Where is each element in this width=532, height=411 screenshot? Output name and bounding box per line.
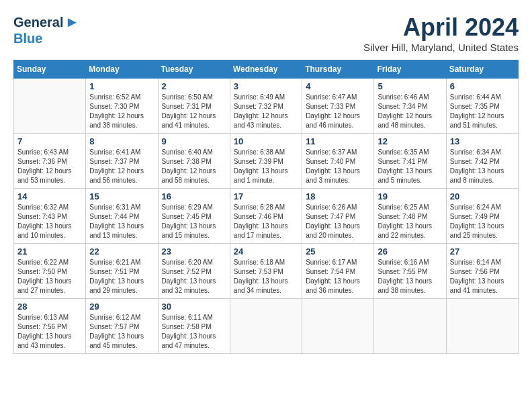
daylight-line2: and 27 minutes.	[17, 287, 65, 294]
month-title: April 2024	[363, 13, 519, 42]
day-info: Sunrise: 6:35 AM Sunset: 7:41 PM Dayligh…	[378, 148, 442, 185]
sunrise-text: Sunrise: 6:50 AM	[162, 93, 226, 102]
day-info: Sunrise: 6:31 AM Sunset: 7:44 PM Dayligh…	[89, 203, 154, 240]
table-row: 21 Sunrise: 6:22 AM Sunset: 7:50 PM Dayl…	[14, 244, 86, 299]
daylight-text: Daylight: 12 hoursand 46 minutes.	[306, 111, 370, 130]
daylight-text: Daylight: 12 hoursand 51 minutes.	[450, 111, 515, 130]
daylight-line1: Daylight: 12 hours	[162, 112, 216, 120]
day-number: 8	[89, 136, 154, 146]
daylight-line2: and 58 minutes.	[162, 177, 210, 184]
daylight-text: Daylight: 12 hoursand 58 minutes.	[162, 167, 226, 185]
sunset-text: Sunset: 7:32 PM	[234, 102, 298, 111]
calendar-week-row: 7 Sunrise: 6:43 AM Sunset: 7:36 PM Dayli…	[14, 134, 519, 189]
header-sunday: Sunday	[14, 60, 86, 79]
daylight-text: Daylight: 12 hoursand 38 minutes.	[89, 111, 154, 130]
sunrise-text: Sunrise: 6:38 AM	[234, 148, 298, 157]
table-row: 30 Sunrise: 6:11 AM Sunset: 7:58 PM Dayl…	[158, 299, 230, 354]
sunrise-text: Sunrise: 6:40 AM	[162, 148, 226, 157]
sunrise-text: Sunrise: 6:17 AM	[306, 258, 370, 267]
daylight-line1: Daylight: 12 hours	[89, 167, 144, 175]
sunset-text: Sunset: 7:30 PM	[89, 102, 154, 111]
daylight-line2: and 13 minutes.	[89, 232, 137, 239]
sunset-text: Sunset: 7:35 PM	[450, 102, 515, 111]
table-row: 4 Sunrise: 6:47 AM Sunset: 7:33 PM Dayli…	[302, 79, 374, 134]
sunrise-text: Sunrise: 6:32 AM	[17, 203, 82, 212]
daylight-line2: and 38 minutes.	[378, 287, 425, 294]
sunset-text: Sunset: 7:36 PM	[17, 157, 82, 167]
calendar-table: Sunday Monday Tuesday Wednesday Thursday…	[13, 60, 519, 354]
sunrise-text: Sunrise: 6:44 AM	[450, 93, 515, 102]
header-saturday: Saturday	[446, 60, 518, 79]
daylight-line1: Daylight: 13 hours	[89, 332, 144, 340]
table-row: 16 Sunrise: 6:29 AM Sunset: 7:45 PM Dayl…	[158, 189, 230, 244]
table-row: 29 Sunrise: 6:12 AM Sunset: 7:57 PM Dayl…	[86, 299, 158, 354]
calendar-week-row: 14 Sunrise: 6:32 AM Sunset: 7:43 PM Dayl…	[14, 189, 519, 244]
daylight-text: Daylight: 12 hoursand 53 minutes.	[17, 167, 82, 185]
daylight-line1: Daylight: 12 hours	[89, 112, 144, 120]
day-info: Sunrise: 6:24 AM Sunset: 7:49 PM Dayligh…	[450, 203, 515, 240]
day-info: Sunrise: 6:22 AM Sunset: 7:50 PM Dayligh…	[17, 258, 82, 295]
table-row: 24 Sunrise: 6:18 AM Sunset: 7:53 PM Dayl…	[230, 244, 302, 299]
header-wednesday: Wednesday	[230, 60, 302, 79]
logo-arrow-icon: ►	[64, 13, 79, 31]
daylight-line1: Daylight: 13 hours	[234, 277, 288, 285]
daylight-text: Daylight: 13 hoursand 32 minutes.	[162, 277, 226, 295]
day-number: 4	[306, 81, 370, 91]
daylight-text: Daylight: 13 hoursand 34 minutes.	[234, 277, 298, 295]
header-tuesday: Tuesday	[158, 60, 230, 79]
sunrise-text: Sunrise: 6:49 AM	[234, 93, 298, 102]
daylight-line1: Daylight: 12 hours	[306, 112, 360, 120]
daylight-text: Daylight: 12 hoursand 41 minutes.	[162, 111, 226, 130]
day-number: 23	[162, 246, 226, 257]
day-info: Sunrise: 6:17 AM Sunset: 7:54 PM Dayligh…	[306, 258, 370, 295]
daylight-line2: and 1 minute.	[234, 177, 275, 184]
daylight-line2: and 38 minutes.	[89, 122, 137, 129]
table-row: 14 Sunrise: 6:32 AM Sunset: 7:43 PM Dayl…	[14, 189, 86, 244]
daylight-line2: and 15 minutes.	[162, 232, 210, 239]
table-row: 20 Sunrise: 6:24 AM Sunset: 7:49 PM Dayl…	[446, 189, 518, 244]
daylight-line1: Daylight: 13 hours	[17, 277, 72, 285]
daylight-line1: Daylight: 12 hours	[17, 167, 72, 175]
daylight-line2: and 36 minutes.	[306, 287, 353, 294]
daylight-text: Daylight: 13 hoursand 10 minutes.	[17, 222, 82, 240]
daylight-text: Daylight: 13 hoursand 20 minutes.	[306, 222, 370, 240]
day-info: Sunrise: 6:41 AM Sunset: 7:37 PM Dayligh…	[89, 148, 154, 185]
day-number: 26	[378, 246, 442, 257]
table-row: 5 Sunrise: 6:46 AM Sunset: 7:34 PM Dayli…	[374, 79, 446, 134]
daylight-line2: and 5 minutes.	[378, 177, 422, 184]
day-info: Sunrise: 6:37 AM Sunset: 7:40 PM Dayligh…	[306, 148, 370, 185]
sunset-text: Sunset: 7:42 PM	[450, 157, 515, 167]
day-info: Sunrise: 6:12 AM Sunset: 7:57 PM Dayligh…	[89, 313, 154, 351]
table-row: 18 Sunrise: 6:26 AM Sunset: 7:47 PM Dayl…	[302, 189, 374, 244]
sunrise-text: Sunrise: 6:12 AM	[89, 313, 154, 322]
table-row: 27 Sunrise: 6:14 AM Sunset: 7:56 PM Dayl…	[446, 244, 518, 299]
sunset-text: Sunset: 7:33 PM	[306, 102, 370, 111]
table-row: 22 Sunrise: 6:21 AM Sunset: 7:51 PM Dayl…	[86, 244, 158, 299]
sunset-text: Sunset: 7:57 PM	[89, 322, 154, 332]
day-info: Sunrise: 6:28 AM Sunset: 7:46 PM Dayligh…	[234, 203, 298, 240]
table-row: 25 Sunrise: 6:17 AM Sunset: 7:54 PM Dayl…	[302, 244, 374, 299]
daylight-text: Daylight: 13 hoursand 22 minutes.	[378, 222, 442, 240]
daylight-line1: Daylight: 13 hours	[378, 167, 432, 175]
sunset-text: Sunset: 7:38 PM	[162, 157, 226, 167]
sunrise-text: Sunrise: 6:22 AM	[17, 258, 82, 267]
day-number: 24	[234, 246, 298, 257]
sunset-text: Sunset: 7:43 PM	[17, 212, 82, 222]
sunset-text: Sunset: 7:34 PM	[378, 102, 442, 111]
sunset-text: Sunset: 7:39 PM	[234, 157, 298, 167]
header-monday: Monday	[86, 60, 158, 79]
daylight-line2: and 53 minutes.	[17, 177, 65, 184]
table-row: 15 Sunrise: 6:31 AM Sunset: 7:44 PM Dayl…	[86, 189, 158, 244]
daylight-line2: and 32 minutes.	[162, 287, 210, 294]
sunrise-text: Sunrise: 6:43 AM	[17, 148, 82, 157]
sunrise-text: Sunrise: 6:35 AM	[378, 148, 442, 157]
table-row: 10 Sunrise: 6:38 AM Sunset: 7:39 PM Dayl…	[230, 134, 302, 189]
daylight-line1: Daylight: 13 hours	[450, 167, 504, 175]
day-number: 3	[234, 81, 298, 91]
sunset-text: Sunset: 7:56 PM	[17, 322, 82, 332]
sunrise-text: Sunrise: 6:13 AM	[17, 313, 82, 322]
sunrise-text: Sunrise: 6:52 AM	[89, 93, 154, 102]
daylight-line1: Daylight: 13 hours	[378, 222, 432, 230]
sunrise-text: Sunrise: 6:37 AM	[306, 148, 370, 157]
daylight-line2: and 47 minutes.	[162, 342, 210, 349]
